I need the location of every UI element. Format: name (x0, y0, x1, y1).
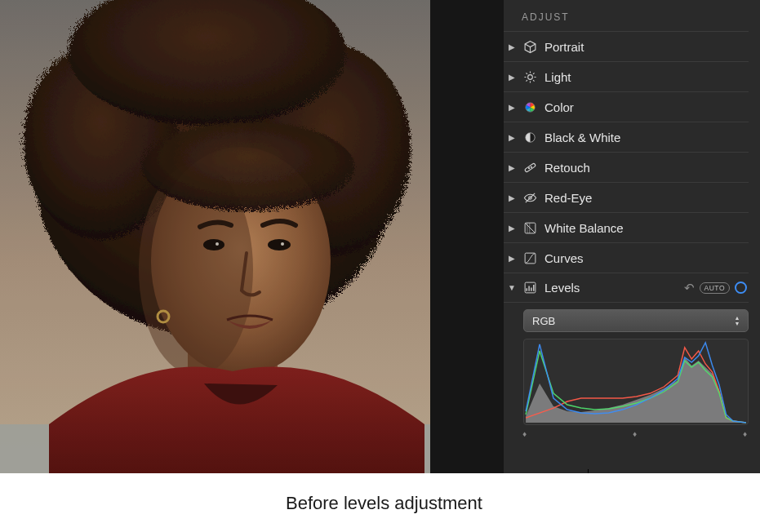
sun-icon (522, 69, 538, 85)
svg-point-22 (531, 166, 531, 167)
chevron-right-icon: ▶ (507, 224, 517, 233)
row-color[interactable]: ▶ Color (504, 91, 749, 122)
row-label: Levels (544, 281, 580, 295)
chevron-right-icon: ▶ (507, 163, 517, 172)
row-levels[interactable]: ▼ Levels ↶ AUTO (504, 273, 749, 303)
image-preview (0, 0, 430, 473)
row-red-eye[interactable]: ▶ Red-Eye (504, 182, 749, 212)
row-label: Curves (544, 251, 584, 265)
svg-rect-20 (524, 162, 536, 172)
chevron-right-icon: ▶ (507, 73, 517, 82)
black-point-handle[interactable]: ⬧ (522, 428, 530, 437)
white-point-handle[interactable]: ⬧ (742, 428, 750, 437)
half-circle-icon (522, 129, 538, 145)
app-frame: ADJUST ▶ Portrait ▶ Light ▶ (0, 0, 760, 473)
chevron-right-icon: ▶ (507, 193, 517, 202)
row-label: Color (544, 100, 574, 114)
row-label: Red-Eye (544, 191, 592, 205)
svg-rect-15 (0, 0, 430, 473)
row-white-balance[interactable]: ▶ White Balance (504, 212, 749, 242)
svg-point-16 (527, 74, 532, 79)
eye-slash-icon (522, 189, 538, 206)
row-portrait[interactable]: ▶ Portrait (504, 31, 749, 61)
levels-icon (522, 280, 538, 296)
row-label: Light (544, 70, 571, 84)
caption-area: Before levels adjustment (0, 473, 760, 532)
panel-title: ADJUST (504, 10, 749, 31)
channel-select[interactable]: RGB ▲▼ (523, 309, 749, 332)
select-arrows-icon: ▲▼ (731, 313, 743, 329)
row-light[interactable]: ▶ Light (504, 61, 749, 91)
cube-icon (522, 38, 538, 55)
auto-button[interactable]: AUTO (700, 282, 730, 294)
white-balance-icon (522, 219, 538, 236)
chevron-right-icon: ▶ (507, 133, 517, 142)
svg-point-21 (528, 167, 529, 168)
chevron-right-icon: ▶ (507, 42, 517, 51)
panel-gap (430, 0, 504, 473)
chevron-right-icon: ▶ (507, 103, 517, 112)
curves-icon (522, 250, 538, 266)
midtone-handle[interactable]: ⬧ (632, 428, 640, 437)
chevron-right-icon: ▶ (507, 254, 517, 263)
color-wheel-icon (522, 99, 538, 115)
enable-ring-icon[interactable] (735, 282, 747, 294)
adjust-panel: ADJUST ▶ Portrait ▶ Light ▶ (504, 0, 760, 473)
reset-icon[interactable]: ↶ (684, 281, 695, 295)
row-label: Portrait (544, 40, 584, 54)
row-label: White Balance (544, 221, 624, 235)
row-curves[interactable]: ▶ Curves (504, 242, 749, 273)
row-retouch[interactable]: ▶ Retouch (504, 152, 749, 182)
caption-text: Before levels adjustment (286, 493, 482, 514)
chevron-down-icon: ▼ (507, 283, 517, 292)
row-black-white[interactable]: ▶ Black & White (504, 122, 749, 152)
channel-select-value: RGB (532, 315, 555, 327)
row-label: Retouch (544, 161, 590, 175)
bandage-icon (522, 159, 538, 175)
row-label: Black & White (544, 131, 620, 144)
levels-histogram[interactable] (523, 339, 749, 425)
levels-handles-track[interactable]: ⬧ ⬧ ⬧ (523, 428, 749, 441)
